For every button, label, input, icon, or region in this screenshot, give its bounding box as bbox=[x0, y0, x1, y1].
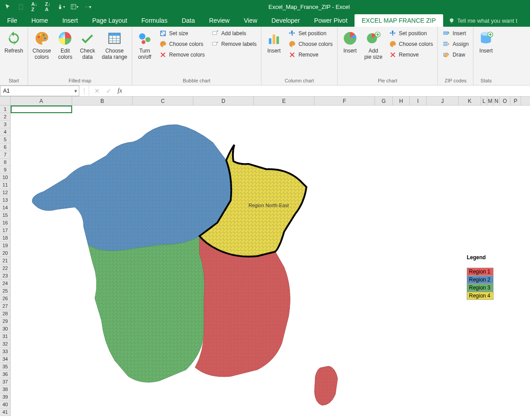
row-header-12[interactable]: 12 bbox=[0, 189, 11, 196]
fx-icon[interactable]: fx bbox=[118, 87, 122, 94]
row-header-36[interactable]: 36 bbox=[0, 371, 11, 378]
col-header-A[interactable]: A bbox=[11, 97, 72, 105]
row-header-30[interactable]: 30 bbox=[0, 325, 11, 333]
name-box[interactable]: A1▼ bbox=[0, 86, 79, 96]
row-header-15[interactable]: 15 bbox=[0, 212, 11, 219]
choose-data-range-button[interactable]: Choose data range bbox=[100, 29, 129, 62]
shape-icon[interactable]: ▾ bbox=[57, 3, 65, 11]
select-all-triangle[interactable] bbox=[0, 97, 11, 105]
turn-onoff-button[interactable]: Turn on/off bbox=[135, 29, 155, 62]
tab-file[interactable]: File bbox=[0, 14, 24, 27]
column-remove-button[interactable]: Remove bbox=[286, 50, 334, 60]
row-header-22[interactable]: 22 bbox=[0, 265, 11, 272]
pie-remove-button[interactable]: Remove bbox=[387, 50, 435, 60]
remove-labels-button[interactable]: Remove labels bbox=[209, 39, 258, 49]
check-data-button[interactable]: Check data bbox=[77, 29, 97, 62]
tab-developer[interactable]: Developer bbox=[265, 14, 307, 27]
row-header-1[interactable]: 1 bbox=[0, 106, 11, 113]
cursor-icon[interactable] bbox=[4, 3, 12, 11]
tab-page-layout[interactable]: Page Layout bbox=[85, 14, 135, 27]
row-header-3[interactable]: 3 bbox=[0, 121, 11, 128]
col-header-E[interactable]: E bbox=[254, 97, 314, 105]
row-header-39[interactable]: 39 bbox=[0, 393, 11, 401]
row-header-26[interactable]: 26 bbox=[0, 295, 11, 302]
row-header-9[interactable]: 9 bbox=[0, 166, 11, 174]
col-header-G[interactable]: G bbox=[375, 97, 393, 105]
col-header-C[interactable]: C bbox=[133, 97, 193, 105]
remove-colors-button[interactable]: Remove colors bbox=[157, 50, 207, 60]
zip-insert-button[interactable]: Insert bbox=[440, 29, 470, 38]
row-header-16[interactable]: 16 bbox=[0, 219, 11, 227]
pivot-icon[interactable]: ▾ bbox=[70, 3, 78, 11]
pie-insert-button[interactable]: Insert bbox=[340, 29, 360, 56]
customize-qat-icon[interactable]: ⋯▾ bbox=[84, 3, 92, 11]
refresh-button[interactable]: Refresh bbox=[3, 29, 25, 56]
row-header-31[interactable]: 31 bbox=[0, 333, 11, 340]
sort-desc-icon[interactable]: Z↓A bbox=[44, 3, 52, 11]
sort-asc-icon[interactable]: A↓Z bbox=[30, 3, 38, 11]
col-header-F[interactable]: F bbox=[314, 97, 375, 105]
edit-colors-button[interactable]: Edit colors bbox=[55, 29, 75, 62]
set-size-button[interactable]: Set size bbox=[157, 29, 207, 38]
chevron-down-icon[interactable]: ▼ bbox=[73, 89, 78, 94]
bubble-choose-colors-button[interactable]: Choose colors bbox=[157, 39, 207, 49]
row-header-18[interactable]: 18 bbox=[0, 234, 11, 242]
stats-insert-button[interactable]: Insert bbox=[476, 29, 496, 56]
row-header-17[interactable]: 17 bbox=[0, 227, 11, 234]
tab-view[interactable]: View bbox=[236, 14, 264, 27]
add-labels-button[interactable]: Add labels bbox=[209, 29, 258, 38]
column-set-position-button[interactable]: Set position bbox=[286, 29, 334, 38]
row-header-11[interactable]: 11 bbox=[0, 181, 11, 189]
row-header-24[interactable]: 24 bbox=[0, 280, 11, 287]
column-choose-colors-button[interactable]: Choose colors bbox=[286, 39, 334, 49]
row-header-27[interactable]: 27 bbox=[0, 302, 11, 310]
col-header-O[interactable]: O bbox=[500, 97, 510, 105]
row-header-25[interactable]: 25 bbox=[0, 287, 11, 295]
tab-formulas[interactable]: Formulas bbox=[135, 14, 175, 27]
formula-input[interactable] bbox=[127, 86, 530, 96]
tab-insert[interactable]: Insert bbox=[55, 14, 85, 27]
row-header-19[interactable]: 19 bbox=[0, 242, 11, 249]
row-header-13[interactable]: 13 bbox=[0, 196, 11, 204]
column-insert-button[interactable]: Insert bbox=[264, 29, 284, 56]
row-header-7[interactable]: 7 bbox=[0, 151, 11, 159]
row-header-32[interactable]: 32 bbox=[0, 340, 11, 348]
row-header-4[interactable]: 4 bbox=[0, 128, 11, 136]
row-header-33[interactable]: 33 bbox=[0, 348, 11, 355]
col-header-M[interactable]: M bbox=[487, 97, 493, 105]
tell-me[interactable]: Tell me what you want t bbox=[448, 17, 518, 27]
col-header-K[interactable]: K bbox=[459, 97, 481, 105]
tab-data[interactable]: Data bbox=[175, 14, 202, 27]
row-header-10[interactable]: 10 bbox=[0, 174, 11, 181]
row-header-38[interactable]: 38 bbox=[0, 386, 11, 393]
tab-review[interactable]: Review bbox=[202, 14, 237, 27]
row-header-34[interactable]: 34 bbox=[0, 355, 11, 363]
zip-draw-button[interactable]: Draw bbox=[440, 50, 470, 60]
row-header-40[interactable]: 40 bbox=[0, 401, 11, 408]
paste-icon[interactable] bbox=[17, 3, 25, 11]
col-header-P[interactable]: P bbox=[510, 97, 521, 105]
choose-colors-button[interactable]: Choose colors bbox=[31, 29, 53, 62]
tab-power-pivot[interactable]: Power Pivot bbox=[307, 14, 355, 27]
row-header-28[interactable]: 28 bbox=[0, 310, 11, 318]
row-header-29[interactable]: 29 bbox=[0, 318, 11, 325]
pie-set-position-button[interactable]: Set position bbox=[387, 29, 435, 38]
col-header-J[interactable]: J bbox=[427, 97, 459, 105]
tab-home[interactable]: Home bbox=[24, 14, 55, 27]
row-header-5[interactable]: 5 bbox=[0, 136, 11, 143]
zip-assign-button[interactable]: Assign bbox=[440, 39, 470, 49]
col-header-B[interactable]: B bbox=[72, 97, 133, 105]
col-header-H[interactable]: H bbox=[393, 97, 410, 105]
row-header-20[interactable]: 20 bbox=[0, 249, 11, 257]
row-header-21[interactable]: 21 bbox=[0, 257, 11, 265]
row-header-6[interactable]: 6 bbox=[0, 143, 11, 151]
row-header-23[interactable]: 23 bbox=[0, 272, 11, 280]
row-header-8[interactable]: 8 bbox=[0, 159, 11, 166]
row-header-2[interactable]: 2 bbox=[0, 113, 11, 121]
col-header-I[interactable]: I bbox=[410, 97, 427, 105]
france-map[interactable]: Region North-East bbox=[26, 120, 347, 414]
pie-choose-colors-button[interactable]: Choose colors bbox=[387, 39, 435, 49]
col-header-L[interactable]: L bbox=[481, 97, 487, 105]
col-header-N[interactable]: N bbox=[493, 97, 500, 105]
row-header-37[interactable]: 37 bbox=[0, 378, 11, 386]
